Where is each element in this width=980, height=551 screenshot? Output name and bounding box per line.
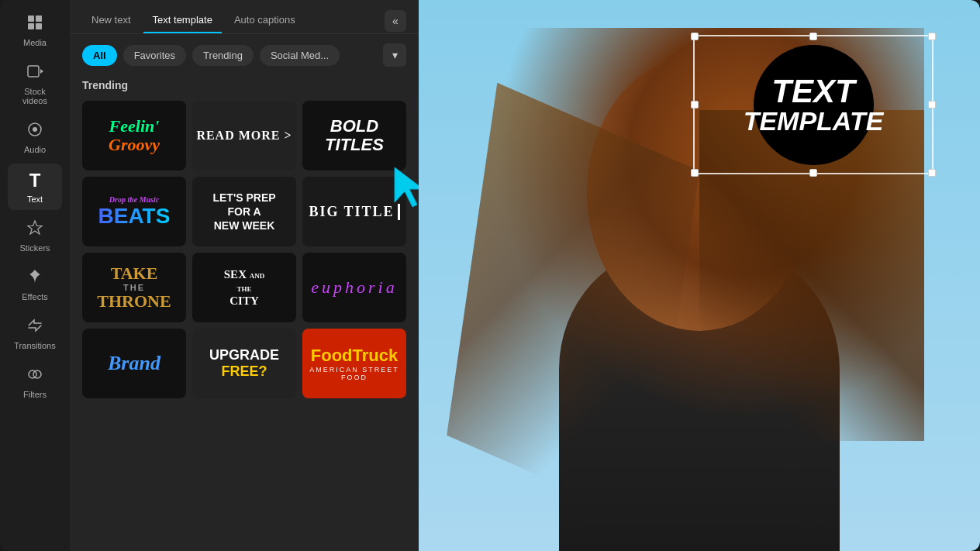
svg-point-7 bbox=[33, 127, 37, 132]
app-container: Media Stock videos Audio T Text bbox=[0, 0, 980, 551]
svg-rect-1 bbox=[36, 15, 42, 22]
sidebar-item-label-audio: Audio bbox=[24, 145, 46, 154]
sidebar-item-label-text: Text bbox=[27, 195, 43, 204]
template-brand[interactable]: Brand bbox=[82, 329, 186, 398]
sidebar-item-transitions[interactable]: Transitions bbox=[8, 311, 62, 356]
sidebar-item-stock-videos[interactable]: Stock videos bbox=[8, 57, 62, 112]
sidebar-item-label-transitions: Transitions bbox=[14, 341, 55, 350]
svg-rect-4 bbox=[28, 66, 39, 77]
tabs-more-button[interactable]: « bbox=[385, 10, 406, 32]
templates-grid: Feelin' Groovy READ MORE > BOLDTITLES bbox=[82, 101, 406, 398]
handle-bottom-right[interactable] bbox=[928, 169, 936, 177]
sidebar-item-media[interactable]: Media bbox=[8, 8, 62, 53]
media-icon bbox=[26, 14, 43, 35]
svg-point-9 bbox=[33, 370, 41, 378]
filter-social[interactable]: Social Med... bbox=[260, 45, 340, 66]
sidebar-item-label-media: Media bbox=[23, 38, 47, 47]
handle-mid-right[interactable] bbox=[928, 101, 936, 108]
panel: New text Text template Auto captions « A… bbox=[70, 0, 419, 551]
handle-top-right[interactable] bbox=[928, 33, 936, 40]
panel-content: Trending Feelin' Groovy READ MORE > BOLD… bbox=[70, 76, 419, 551]
template-bold[interactable]: BOLDTITLES bbox=[302, 101, 406, 170]
sidebar-item-stickers[interactable]: Stickers bbox=[8, 213, 62, 259]
template-bigtitle[interactable]: BIG TITLE bbox=[302, 177, 406, 246]
panel-tabs: New text Text template Auto captions « bbox=[70, 0, 419, 34]
canvas-area: TEXT TEMPLATE bbox=[419, 0, 980, 551]
template-prep[interactable]: LET'S PREPFOR ANEW WEEK bbox=[192, 177, 296, 246]
template-throne[interactable]: TAKE THE THRONE bbox=[82, 253, 186, 322]
template-satc[interactable]: SEX ANDTHECITY bbox=[192, 253, 296, 322]
filter-trending[interactable]: Trending bbox=[192, 45, 254, 66]
filter-all[interactable]: All bbox=[82, 45, 117, 66]
sidebar-item-text[interactable]: T Text bbox=[8, 164, 62, 210]
template-upgrade[interactable]: UPGRADE FREE? bbox=[192, 329, 296, 398]
sidebar-item-label-effects: Effects bbox=[22, 292, 47, 301]
filter-row: All Favorites Trending Social Med... ▾ bbox=[70, 34, 419, 76]
handle-mid-left[interactable] bbox=[691, 101, 699, 108]
template-euphoria[interactable]: euphoria bbox=[302, 253, 406, 322]
sidebar-item-audio[interactable]: Audio bbox=[8, 115, 62, 160]
sidebar-item-label-stock: Stock videos bbox=[12, 87, 57, 105]
transitions-icon bbox=[26, 317, 43, 338]
template-beats[interactable]: Drop the Music BEATS bbox=[82, 177, 186, 246]
canvas-text-line1: TEXT bbox=[744, 75, 884, 108]
sidebar-item-label-stickers: Stickers bbox=[19, 243, 50, 253]
handle-top-mid[interactable] bbox=[809, 33, 817, 40]
sidebar: Media Stock videos Audio T Text bbox=[0, 0, 70, 551]
canvas-text-line2: TEMPLATE bbox=[744, 108, 884, 134]
effects-icon bbox=[26, 268, 43, 289]
filters-icon bbox=[26, 366, 43, 387]
filter-favorites[interactable]: Favorites bbox=[123, 45, 186, 66]
handle-bottom-left[interactable] bbox=[691, 169, 699, 177]
template-readmore[interactable]: READ MORE > bbox=[192, 101, 296, 170]
svg-rect-0 bbox=[28, 15, 34, 22]
sidebar-item-filters[interactable]: Filters bbox=[8, 360, 62, 405]
svg-marker-5 bbox=[40, 69, 43, 74]
tab-text-template[interactable]: Text template bbox=[143, 8, 222, 33]
sidebar-item-effects[interactable]: Effects bbox=[8, 262, 62, 308]
tab-auto-captions[interactable]: Auto captions bbox=[225, 8, 305, 33]
svg-rect-3 bbox=[36, 23, 42, 29]
handle-bottom-mid[interactable] bbox=[809, 169, 817, 177]
audio-icon bbox=[26, 121, 43, 142]
text-icon: T bbox=[29, 170, 41, 191]
stock-videos-icon bbox=[26, 63, 43, 84]
sidebar-item-label-filters: Filters bbox=[23, 390, 47, 399]
template-food[interactable]: FoodTruck AMERICAN STREET FOOD bbox=[302, 329, 406, 398]
stickers-icon bbox=[26, 219, 43, 240]
template-groovy[interactable]: Feelin' Groovy bbox=[82, 101, 186, 170]
svg-rect-2 bbox=[28, 23, 34, 29]
handle-top-left[interactable] bbox=[691, 33, 699, 40]
tab-new-text[interactable]: New text bbox=[82, 8, 140, 33]
canvas-text-template-box[interactable]: TEXT TEMPLATE bbox=[693, 35, 933, 174]
filter-dropdown[interactable]: ▾ bbox=[383, 43, 406, 67]
section-title-trending: Trending bbox=[82, 79, 406, 91]
